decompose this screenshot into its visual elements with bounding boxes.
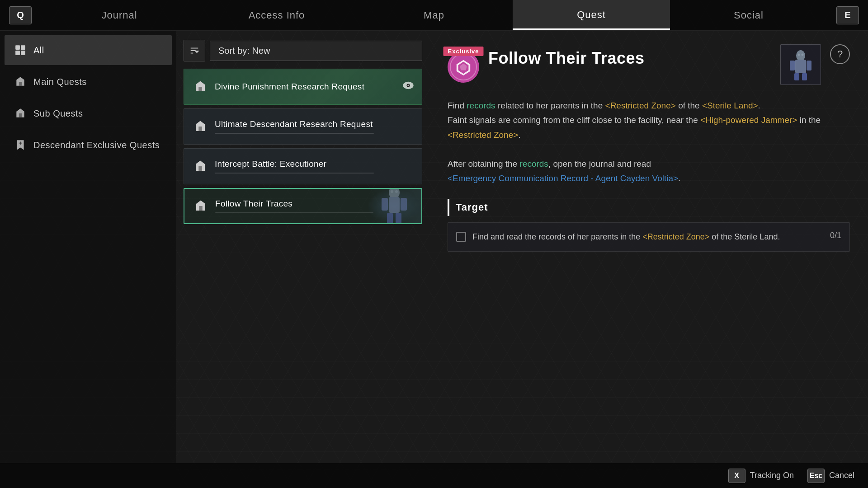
- svg-rect-16: [199, 206, 203, 211]
- detail-title-area: Follow Their Traces: [488, 44, 771, 68]
- character-figure: [367, 189, 421, 223]
- help-icon[interactable]: ?: [830, 44, 850, 64]
- svg-rect-1: [21, 45, 25, 50]
- sidebar-main-quests-label: Main Quests: [33, 77, 87, 87]
- quest-ultimate-title: Ultimate Descendant Research Request: [215, 119, 414, 129]
- sidebar-item-sub-quests[interactable]: Sub Quests: [5, 99, 172, 128]
- quest-icon-intercept: [192, 158, 208, 174]
- sidebar-item-main-quests[interactable]: Main Quests: [5, 67, 172, 97]
- svg-rect-3: [21, 51, 25, 55]
- svg-rect-27: [790, 61, 795, 70]
- cancel-action[interactable]: Esc Cancel: [807, 469, 854, 483]
- quest-divine-text: Divine Punishment Research Request: [215, 82, 414, 92]
- detail-description: Find records related to her parents in t…: [448, 99, 850, 186]
- svg-rect-26: [795, 60, 806, 73]
- highlight-target-zone: <Restricted Zone>: [642, 232, 709, 241]
- svg-point-25: [796, 50, 805, 61]
- exclusive-badge: Exclusive: [443, 47, 484, 56]
- sidebar-descendant-label: Descendant Exclusive Quests: [33, 140, 160, 150]
- svg-rect-20: [401, 198, 407, 211]
- main-content: All Main Quests Sub Quests: [0, 31, 868, 488]
- svg-point-31: [798, 54, 800, 56]
- target-title: Target: [448, 199, 850, 216]
- sidebar-sub-quests-label: Sub Quests: [33, 108, 83, 119]
- svg-rect-5: [19, 113, 22, 117]
- cancel-label: Cancel: [829, 471, 854, 480]
- sidebar-item-all[interactable]: All: [5, 35, 172, 65]
- tracking-label: Tracking On: [750, 471, 794, 480]
- quest-intercept-progress: [215, 173, 374, 174]
- target-checkbox[interactable]: [456, 232, 466, 242]
- detail-title: Follow Their Traces: [488, 49, 771, 68]
- quest-ultimate-text: Ultimate Descendant Research Request: [215, 119, 414, 134]
- svg-point-23: [391, 190, 393, 193]
- quest-follow-progress: [215, 212, 373, 213]
- quest-card-follow[interactable]: Follow Their Traces: [184, 188, 422, 224]
- quest-badge-icon: Exclusive: [448, 51, 479, 83]
- nav-item-quest[interactable]: Quest: [513, 0, 670, 30]
- quest-icon-follow: [193, 198, 209, 214]
- highlight-restricted-zone-2: <Restricted Zone>: [448, 130, 518, 140]
- svg-marker-9: [194, 51, 199, 53]
- character-thumbnail: [780, 44, 821, 85]
- svg-rect-21: [387, 213, 393, 223]
- nav-left-key[interactable]: Q: [9, 6, 32, 24]
- bookmark-icon: [14, 138, 27, 152]
- target-item: Find and read the records of her parents…: [448, 222, 850, 252]
- highlight-restricted-zone: <Restricted Zone>: [605, 101, 676, 110]
- highlight-records-1: records: [467, 101, 495, 110]
- nav-item-social[interactable]: Social: [670, 0, 827, 30]
- highlight-emergency-record: <Emergency Communication Record - Agent …: [448, 174, 678, 183]
- detail-panel: Exclusive Follow Their Traces: [429, 31, 868, 488]
- svg-rect-4: [19, 82, 22, 86]
- eye-icon: [402, 79, 415, 94]
- highlight-jammer: <High-powered Jammer>: [700, 115, 797, 125]
- highlight-records-2: records: [520, 159, 548, 169]
- top-nav: Q Journal Access Info Map Quest Social E: [0, 0, 868, 31]
- grid-icon: [14, 43, 27, 57]
- quest-card-divine[interactable]: Divine Punishment Research Request: [184, 69, 422, 105]
- quest-intercept-text: Intercept Battle: Executioner: [215, 159, 414, 174]
- nav-item-access-info[interactable]: Access Info: [198, 0, 355, 30]
- sidebar-all-label: All: [33, 45, 44, 56]
- svg-rect-18: [389, 197, 400, 213]
- svg-rect-29: [794, 73, 799, 80]
- target-section: Target Find and read the records of her …: [448, 199, 850, 252]
- sort-button[interactable]: [184, 40, 205, 61]
- highlight-sterile-land: <Sterile Land>: [702, 101, 758, 110]
- quest-intercept-title: Intercept Battle: Executioner: [215, 159, 414, 169]
- svg-rect-14: [198, 127, 202, 131]
- cancel-key: Esc: [807, 469, 825, 483]
- nav-right-key[interactable]: E: [836, 6, 859, 24]
- detail-header: Exclusive Follow Their Traces: [448, 44, 850, 85]
- sort-label[interactable]: Sort by: New: [210, 41, 422, 61]
- svg-point-24: [395, 190, 398, 193]
- quest-list-area: Sort by: New Divine Punishment Research …: [176, 31, 429, 488]
- svg-rect-28: [807, 61, 811, 70]
- quest-follow-character: [367, 189, 421, 223]
- svg-rect-19: [382, 198, 388, 211]
- quest-divine-title: Divine Punishment Research Request: [215, 82, 414, 92]
- quest-icon-sub: [14, 107, 27, 120]
- quest-icon-ultimate: [192, 118, 208, 135]
- tracking-key: X: [728, 469, 745, 483]
- quest-icon-divine: [192, 79, 208, 95]
- target-text: Find and read the records of her parents…: [472, 231, 824, 243]
- svg-rect-0: [15, 45, 20, 50]
- tracking-action[interactable]: X Tracking On: [728, 469, 794, 483]
- svg-point-32: [802, 54, 804, 56]
- svg-rect-22: [396, 213, 401, 223]
- quest-card-ultimate[interactable]: Ultimate Descendant Research Request: [184, 108, 422, 145]
- svg-rect-10: [198, 87, 202, 91]
- svg-rect-2: [15, 51, 20, 55]
- quest-badge-container: Exclusive: [448, 51, 479, 83]
- target-count: 0/1: [830, 231, 841, 240]
- sort-bar: Sort by: New: [184, 40, 422, 61]
- svg-rect-30: [802, 73, 807, 80]
- nav-item-journal[interactable]: Journal: [41, 0, 198, 30]
- quest-card-intercept[interactable]: Intercept Battle: Executioner: [184, 148, 422, 184]
- bottom-bar: X Tracking On Esc Cancel: [0, 463, 868, 488]
- nav-item-map[interactable]: Map: [355, 0, 513, 30]
- svg-point-13: [407, 84, 409, 86]
- sidebar-item-descendant-exclusive[interactable]: Descendant Exclusive Quests: [5, 130, 172, 160]
